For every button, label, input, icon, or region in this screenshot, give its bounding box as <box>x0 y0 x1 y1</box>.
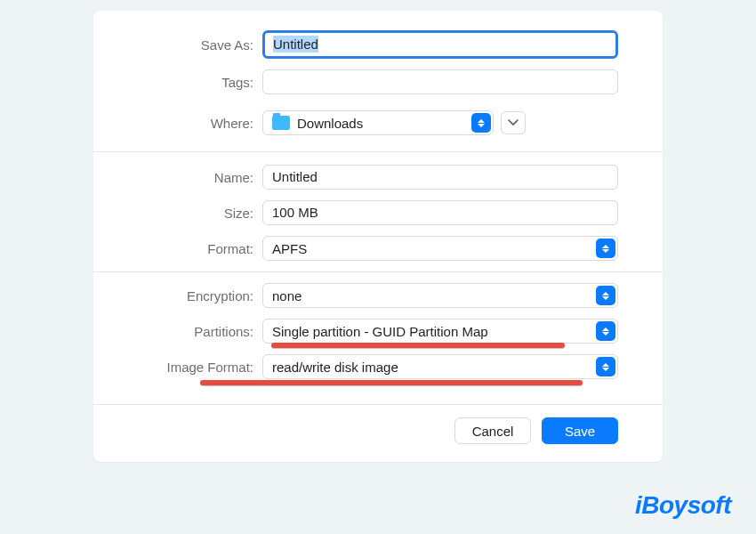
image-format-select[interactable]: read/write disk image <box>262 354 618 379</box>
partitions-label: Partitions: <box>138 324 262 339</box>
disk-info-section: Name: Untitled Size: 100 MB Format: APFS <box>93 151 663 271</box>
updown-icon <box>596 321 615 341</box>
save-button[interactable]: Save <box>542 417 618 444</box>
expand-button[interactable] <box>501 111 526 134</box>
size-input[interactable]: 100 MB <box>262 200 618 225</box>
where-select[interactable]: Downloads <box>262 110 494 135</box>
chevron-down-icon <box>508 119 519 126</box>
tags-label: Tags: <box>138 75 262 90</box>
updown-icon <box>596 286 615 305</box>
image-format-label: Image Format: <box>138 360 262 375</box>
updown-icon <box>471 113 491 133</box>
format-select[interactable]: APFS <box>262 236 618 261</box>
save-as-input[interactable]: Untitled <box>262 30 618 59</box>
save-dialog-sheet: Save As: Untitled Tags: Where: Downloads <box>93 11 663 462</box>
where-value: Downloads <box>297 116 363 131</box>
updown-icon <box>596 357 615 376</box>
encryption-label: Encryption: <box>138 288 262 303</box>
updown-icon <box>596 239 615 258</box>
save-as-label: Save As: <box>138 37 262 53</box>
tags-input[interactable] <box>262 69 618 94</box>
save-section: Save As: Untitled Tags: Where: Downloads <box>93 11 663 151</box>
size-label: Size: <box>138 206 262 221</box>
folder-icon <box>272 116 290 130</box>
watermark-logo: iBoysoft <box>635 491 731 520</box>
name-input[interactable]: Untitled <box>262 165 618 190</box>
encryption-select[interactable]: none <box>262 283 618 308</box>
partitions-select[interactable]: Single partition - GUID Partition Map <box>262 319 618 344</box>
highlight-annotation <box>271 343 565 348</box>
format-label: Format: <box>138 241 262 256</box>
button-bar: Cancel Save <box>93 404 663 444</box>
name-label: Name: <box>138 170 262 185</box>
cancel-button[interactable]: Cancel <box>454 417 531 444</box>
where-label: Where: <box>138 116 262 131</box>
advanced-section: Encryption: none Partitions: Single part… <box>93 271 663 404</box>
highlight-annotation <box>200 380 583 385</box>
